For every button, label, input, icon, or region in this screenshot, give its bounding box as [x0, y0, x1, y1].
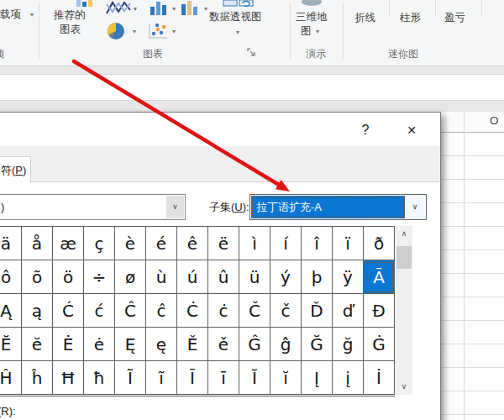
char-cell[interactable]: ĭ: [270, 361, 302, 396]
char-cell[interactable]: ĩ: [146, 361, 177, 396]
worksheet-area[interactable]: O: [441, 112, 504, 420]
char-cell[interactable]: å: [22, 227, 53, 260]
char-cell[interactable]: Đ: [364, 294, 395, 328]
char-cell[interactable]: Ą: [0, 294, 22, 328]
char-cell[interactable]: Ħ: [53, 361, 84, 396]
char-cell[interactable]: ý: [270, 260, 302, 294]
char-cell[interactable]: ù: [146, 260, 177, 294]
char-cell[interactable]: ï: [333, 227, 364, 260]
char-cell[interactable]: ö: [53, 260, 84, 294]
char-cell[interactable]: ì: [239, 227, 270, 260]
char-cell[interactable]: Ġ: [364, 328, 395, 361]
scroll-down-button[interactable]: ∨: [396, 379, 412, 395]
char-cell[interactable]: í: [270, 227, 302, 260]
dialog-titlebar[interactable]: ? ✕: [0, 113, 440, 146]
char-cell[interactable]: ĝ: [270, 328, 302, 361]
addins-button[interactable]: 载项: [0, 8, 21, 22]
char-cell[interactable]: ÿ: [333, 260, 364, 294]
char-cell[interactable]: ĕ: [22, 328, 53, 361]
close-icon[interactable]: ✕: [397, 119, 426, 141]
scroll-up-button[interactable]: ∧: [396, 226, 412, 242]
scatter-chart-icon[interactable]: [148, 23, 169, 39]
caret-down-icon[interactable]: ▾: [134, 5, 137, 13]
caret-down-icon[interactable]: ▾: [172, 5, 176, 13]
char-cell[interactable]: æ: [53, 227, 84, 260]
char-cell[interactable]: ø: [115, 260, 146, 294]
char-cell[interactable]: Ĭ: [239, 361, 270, 396]
char-cell[interactable]: Ě: [177, 328, 208, 361]
sparkline-winloss-button[interactable]: 盈亏: [444, 11, 465, 25]
char-cell[interactable]: ě: [208, 328, 239, 361]
char-cell[interactable]: Ĕ: [0, 328, 22, 361]
char-cell[interactable]: Č: [239, 294, 270, 328]
char-cell[interactable]: ë: [208, 227, 239, 260]
char-cell[interactable]: û: [208, 260, 239, 294]
char-cell[interactable]: Ğ: [302, 328, 333, 361]
char-cell[interactable]: ğ: [333, 328, 364, 361]
char-cell[interactable]: Ĥ: [0, 361, 22, 396]
char-cell[interactable]: Ė: [53, 328, 84, 361]
pie-chart-icon[interactable]: [107, 22, 127, 40]
char-cell[interactable]: ð: [364, 227, 395, 260]
char-cell[interactable]: Ī: [177, 361, 208, 396]
char-cell[interactable]: ĉ: [146, 294, 177, 328]
char-cell[interactable]: į: [333, 361, 364, 396]
char-cell[interactable]: Ĉ: [115, 294, 146, 328]
char-cell[interactable]: é: [146, 227, 177, 260]
caret-down-icon[interactable]: ▾: [172, 28, 176, 35]
char-cell[interactable]: ÷: [84, 260, 115, 294]
char-cell[interactable]: î: [302, 227, 333, 260]
line-chart-icon[interactable]: [106, 1, 131, 15]
char-cell[interactable]: Ĝ: [239, 328, 270, 361]
char-cell[interactable]: ď: [333, 294, 364, 328]
column-header[interactable]: O: [441, 112, 504, 133]
caret-down-icon[interactable]: ▾: [133, 28, 136, 35]
font-combobox[interactable]: ) ∨: [0, 194, 186, 220]
char-cell[interactable]: Ď: [302, 294, 333, 328]
subset-combobox[interactable]: 拉丁语扩充-A ∨: [249, 194, 427, 220]
char-cell[interactable]: č: [270, 294, 302, 328]
tab-special-characters[interactable]: 符(P): [0, 156, 31, 183]
char-cell[interactable]: ċ: [208, 294, 239, 328]
char-cell[interactable]: Į: [302, 361, 333, 396]
help-button[interactable]: ?: [351, 119, 380, 141]
bar-chart-icon[interactable]: [181, 1, 201, 15]
map3d-button[interactable]: 三维地 图 ▾: [294, 0, 338, 44]
subset-label-pre: 子集(: [209, 201, 234, 213]
char-cell[interactable]: ę: [146, 328, 177, 361]
grid-scrollbar[interactable]: ∧ ∨: [396, 226, 412, 395]
char-cell[interactable]: Ć: [53, 294, 84, 328]
caret-down-icon[interactable]: ▾: [30, 11, 34, 18]
char-cell[interactable]: Ę: [115, 328, 146, 361]
sparkline-column-button[interactable]: 柱形: [400, 11, 421, 25]
character-grid-row: äåæçèéêëìíîïð: [0, 227, 395, 260]
char-cell[interactable]: Ā: [364, 260, 395, 294]
char-cell[interactable]: ô: [0, 260, 22, 294]
formula-bar[interactable]: [0, 75, 504, 101]
chevron-down-icon[interactable]: ∨: [166, 196, 184, 218]
char-cell[interactable]: ä: [0, 227, 22, 260]
char-cell[interactable]: ą: [22, 294, 53, 328]
column-chart-icon[interactable]: [150, 1, 168, 15]
char-cell[interactable]: þ: [302, 260, 333, 294]
char-cell[interactable]: ė: [84, 328, 115, 361]
dialog-launcher-icon[interactable]: [247, 48, 256, 57]
char-cell[interactable]: ĥ: [22, 361, 53, 396]
char-cell[interactable]: ħ: [84, 361, 115, 396]
char-cell[interactable]: Ĩ: [115, 361, 146, 396]
char-cell[interactable]: Ċ: [177, 294, 208, 328]
char-cell[interactable]: õ: [22, 260, 53, 294]
scrollbar-thumb[interactable]: [396, 246, 412, 269]
recommended-charts-button[interactable]: 推荐的 图表: [49, 0, 97, 44]
char-cell[interactable]: ê: [177, 227, 208, 260]
chevron-down-icon[interactable]: ∨: [404, 196, 425, 218]
char-cell[interactable]: ú: [177, 260, 208, 294]
char-cell[interactable]: İ: [364, 361, 395, 396]
char-cell[interactable]: ç: [84, 227, 115, 260]
char-cell[interactable]: ć: [84, 294, 115, 328]
sparkline-line-button[interactable]: 折线: [354, 11, 375, 25]
char-cell[interactable]: è: [115, 227, 146, 260]
pivotchart-button[interactable]: 数据透视图 ▾: [206, 0, 273, 44]
char-cell[interactable]: ī: [208, 361, 239, 396]
char-cell[interactable]: ü: [239, 260, 270, 294]
